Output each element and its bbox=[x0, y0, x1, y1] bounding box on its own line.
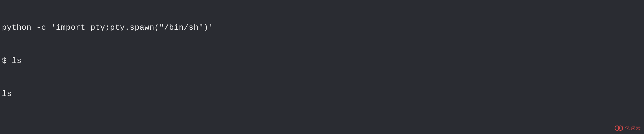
ls-output: COPYRIGHT.txt LICENSE.txt cron.php misc … bbox=[2, 133, 642, 134]
file-entry: misc bbox=[237, 133, 294, 134]
file-entry: sites bbox=[294, 133, 642, 134]
file-entry: COPYRIGHT.txt bbox=[2, 133, 96, 134]
watermark-logo-icon bbox=[614, 125, 624, 131]
command-echo: ls bbox=[2, 89, 642, 100]
file-entry: cron.php bbox=[169, 133, 237, 134]
watermark-text: 亿速云 bbox=[625, 124, 641, 132]
watermark: 亿速云 bbox=[614, 124, 641, 132]
command-line: python -c 'import pty;pty.spawn("/bin/sh… bbox=[2, 22, 642, 33]
command-text: ls bbox=[12, 56, 22, 65]
command-line: $ ls bbox=[2, 55, 642, 66]
terminal-output[interactable]: python -c 'import pty;pty.spawn("/bin/sh… bbox=[0, 0, 644, 134]
file-entry: LICENSE.txt bbox=[96, 133, 169, 134]
shell-prompt: $ bbox=[2, 56, 12, 65]
